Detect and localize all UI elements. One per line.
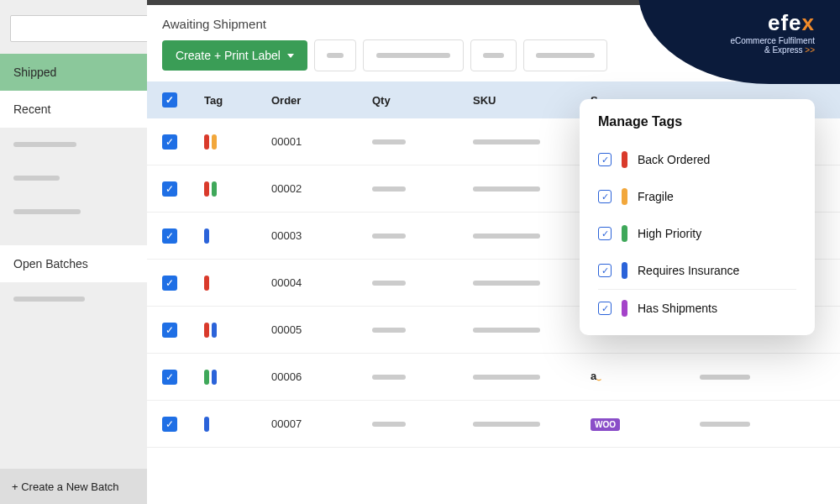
- sku-placeholder: [473, 186, 540, 192]
- chevron-down-icon: [287, 54, 294, 58]
- tag-pip: [204, 370, 209, 385]
- tag-pip: [204, 228, 209, 244]
- new-batch-label: + Create a New Batch: [12, 480, 119, 493]
- sku-placeholder: [473, 422, 540, 427]
- row-checkbox[interactable]: ✓: [162, 323, 177, 338]
- tag-pips: [204, 370, 271, 385]
- row-checkbox[interactable]: ✓: [162, 370, 177, 385]
- order-id: 00005: [271, 323, 372, 336]
- col-header-sku[interactable]: SKU: [473, 94, 591, 107]
- tag-dropdown-button[interactable]: Tag: [769, 39, 825, 71]
- tag-option-label: Requires Insurance: [638, 264, 739, 277]
- table-row[interactable]: ✓ 00007 WOO: [147, 401, 840, 448]
- tag-pip: [212, 134, 217, 150]
- order-id: 00006: [271, 370, 372, 383]
- qty-placeholder: [372, 234, 406, 239]
- tag-pip: [204, 417, 209, 432]
- sidebar-item-label: Shipped: [13, 66, 56, 79]
- toolbar-button-placeholder[interactable]: [523, 39, 607, 71]
- tag-color-pip: [622, 300, 627, 317]
- tag-color-pip: [622, 225, 627, 242]
- sidebar-item-open-batches[interactable]: Open Batches: [0, 245, 147, 282]
- tag-pips: [204, 276, 271, 291]
- tag-color-pip: [622, 262, 627, 279]
- tag-pips: [204, 181, 271, 197]
- qty-placeholder: [372, 328, 406, 333]
- tag-pip: [212, 323, 217, 338]
- row-checkbox[interactable]: ✓: [162, 181, 177, 197]
- tag-option-label: High Priority: [638, 227, 701, 240]
- tag-checkbox[interactable]: ✓: [598, 190, 612, 203]
- tag-option[interactable]: ✓ Back Ordered: [598, 141, 796, 178]
- qty-placeholder: [372, 186, 406, 192]
- order-id: 00007: [271, 417, 372, 430]
- sidebar-item-label: Recent: [13, 102, 50, 116]
- tag-color-pip: [622, 151, 627, 168]
- tag-pip: [204, 276, 209, 291]
- sku-placeholder: [473, 375, 540, 380]
- toolbar-button-placeholder[interactable]: [314, 39, 356, 71]
- button-label: Tag: [781, 49, 801, 62]
- qty-placeholder: [372, 139, 406, 144]
- qty-placeholder: [372, 281, 406, 286]
- sidebar-item-placeholder: [0, 161, 147, 195]
- sidebar-item-recent[interactable]: Recent: [0, 91, 147, 128]
- create-new-batch-button[interactable]: + Create a New Batch: [0, 469, 147, 504]
- tag-checkbox[interactable]: ✓: [598, 227, 612, 240]
- tag-pip: [204, 181, 209, 197]
- toolbar: Create + Print Label Tag: [162, 39, 825, 71]
- tag-option-label: Fragile: [638, 190, 674, 203]
- tag-option[interactable]: ✓ Has Shipments: [598, 289, 796, 327]
- search-input[interactable]: [10, 15, 163, 42]
- tag-checkbox[interactable]: ✓: [598, 153, 612, 166]
- cell-placeholder: [700, 375, 750, 380]
- button-label: Create + Print Label: [176, 49, 281, 62]
- tag-pip: [212, 370, 217, 385]
- tag-pips: [204, 417, 271, 432]
- tag-pips: [204, 323, 271, 338]
- order-id: 00001: [271, 135, 372, 148]
- cell-placeholder: [700, 422, 750, 427]
- col-header-tag[interactable]: Tag: [204, 94, 271, 107]
- table-row[interactable]: ✓ 00006 a⌣: [147, 354, 840, 401]
- tag-pip: [204, 323, 209, 338]
- col-header-order[interactable]: Order: [271, 94, 372, 107]
- tag-option[interactable]: ✓ High Priority: [598, 215, 796, 252]
- page-title: Awaiting Shipment: [162, 17, 825, 31]
- amazon-icon: a⌣: [591, 370, 601, 382]
- sidebar-item-placeholder: [0, 128, 147, 161]
- tag-color-pip: [622, 188, 627, 205]
- sku-placeholder: [473, 139, 540, 144]
- tag-option-label: Back Ordered: [638, 153, 710, 166]
- tag-option[interactable]: ✓ Fragile: [598, 178, 796, 215]
- row-checkbox[interactable]: ✓: [162, 417, 177, 432]
- tag-pip: [204, 134, 209, 150]
- order-id: 00002: [271, 182, 372, 195]
- tag-pips: [204, 134, 271, 150]
- tag-checkbox[interactable]: ✓: [598, 264, 612, 277]
- sidebar-item-shipped[interactable]: Shipped: [0, 54, 147, 91]
- toolbar-button-placeholder[interactable]: [363, 39, 464, 71]
- col-header-qty[interactable]: Qty: [372, 94, 473, 107]
- manage-tags-popover: Manage Tags ✓ Back Ordered ✓ Fragile ✓ H…: [580, 99, 815, 335]
- woo-icon: WOO: [591, 418, 620, 431]
- create-print-label-button[interactable]: Create + Print Label: [162, 40, 307, 71]
- row-checkbox[interactable]: ✓: [162, 228, 177, 244]
- tag-option-label: Has Shipments: [638, 302, 717, 315]
- toolbar-button-placeholder[interactable]: [470, 39, 517, 71]
- sku-placeholder: [473, 234, 540, 239]
- tag-checkbox[interactable]: ✓: [598, 302, 612, 315]
- order-id: 00004: [271, 276, 372, 289]
- row-checkbox[interactable]: ✓: [162, 134, 177, 150]
- sidebar-item-placeholder: [0, 195, 147, 228]
- qty-placeholder: [372, 375, 406, 380]
- tag-option[interactable]: ✓ Requires Insurance: [598, 252, 796, 289]
- main: Awaiting Shipment Create + Print Label T…: [147, 0, 840, 504]
- sku-placeholder: [473, 328, 540, 333]
- tag-pip: [212, 181, 217, 197]
- order-id: 00003: [271, 229, 372, 242]
- row-checkbox[interactable]: ✓: [162, 276, 177, 291]
- select-all-checkbox[interactable]: ✓: [162, 92, 177, 108]
- header: Awaiting Shipment Create + Print Label T…: [147, 0, 840, 81]
- search-wrap: [0, 0, 147, 54]
